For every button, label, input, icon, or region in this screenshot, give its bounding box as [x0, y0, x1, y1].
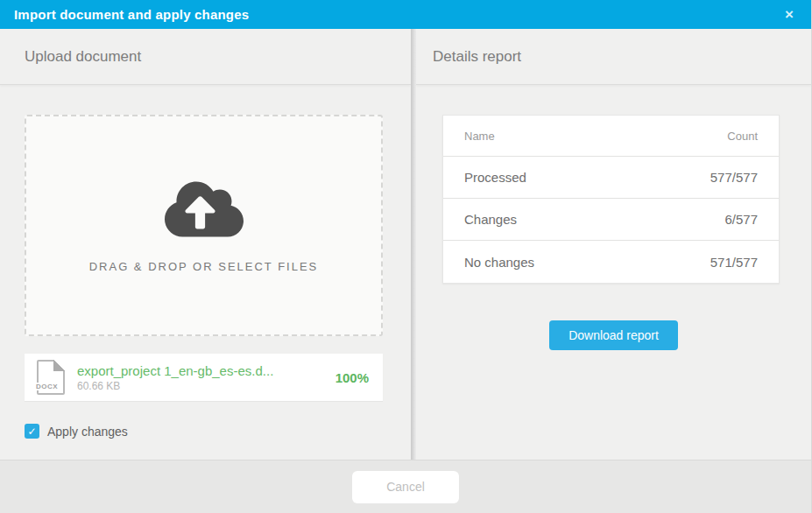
apply-changes-row[interactable]: ✓ Apply changes	[25, 424, 386, 439]
details-panel-content: Name Count Processed 577/577 Changes 6/5…	[416, 85, 811, 460]
file-dropzone[interactable]: DRAG & DROP OR SELECT FILES	[25, 115, 383, 336]
table-row-processed: Processed 577/577	[443, 157, 779, 199]
column-count: Count	[727, 130, 758, 143]
report-table: Name Count Processed 577/577 Changes 6/5…	[442, 115, 780, 284]
file-size: 60.66 KB	[77, 380, 325, 392]
details-section-title: Details report	[433, 48, 521, 66]
row-count: 6/577	[724, 212, 758, 227]
modal-footer: Cancel	[0, 460, 811, 513]
cancel-button[interactable]: Cancel	[352, 471, 459, 503]
table-row-no-changes: No changes 571/577	[443, 241, 779, 283]
apply-changes-label: Apply changes	[47, 425, 128, 439]
apply-changes-checkbox[interactable]: ✓	[25, 424, 39, 439]
file-extension-label: DOCX	[35, 383, 59, 390]
upload-section-header: Upload document	[0, 29, 411, 85]
file-meta: export_project 1_en-gb_es-es.d... 60.66 …	[77, 363, 325, 392]
dropzone-label: DRAG & DROP OR SELECT FILES	[89, 260, 319, 273]
import-document-modal: Import document and apply changes × Uplo…	[0, 0, 812, 513]
details-section-header: Details report	[416, 29, 811, 85]
close-icon[interactable]: ×	[781, 5, 797, 24]
row-name: No changes	[464, 255, 534, 270]
uploaded-file-row: DOCX export_project 1_en-gb_es-es.d... 6…	[25, 354, 383, 401]
file-icon-fold	[53, 360, 65, 371]
cloud-upload-icon	[162, 178, 246, 241]
upload-progress: 100%	[335, 370, 369, 385]
column-name: Name	[464, 130, 495, 143]
row-name: Processed	[464, 170, 526, 185]
table-row-changes: Changes 6/577	[443, 199, 779, 241]
upload-section-title: Upload document	[25, 48, 141, 66]
upload-panel: Upload document DRAG & DROP OR SELECT FI…	[0, 29, 411, 460]
upload-panel-content: DRAG & DROP OR SELECT FILES DOCX export_…	[0, 85, 411, 460]
modal-body: Upload document DRAG & DROP OR SELECT FI…	[0, 29, 811, 460]
row-name: Changes	[464, 212, 517, 227]
download-button-wrap: Download report	[416, 320, 811, 350]
file-name[interactable]: export_project 1_en-gb_es-es.d...	[77, 363, 325, 378]
details-panel: Details report Name Count Processed 577/…	[416, 29, 811, 460]
row-count: 571/577	[710, 255, 758, 270]
download-report-button[interactable]: Download report	[549, 320, 678, 350]
modal-title: Import document and apply changes	[14, 7, 249, 22]
report-table-header: Name Count	[443, 116, 779, 157]
docx-file-icon: DOCX	[37, 360, 65, 395]
modal-titlebar: Import document and apply changes ×	[0, 0, 811, 29]
row-count: 577/577	[710, 170, 758, 185]
